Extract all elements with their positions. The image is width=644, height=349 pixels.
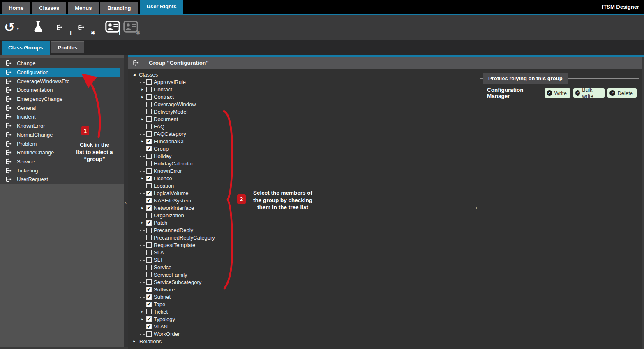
- class-tree-row-location[interactable]: Location: [132, 182, 215, 189]
- tab-class-groups[interactable]: Class Groups: [2, 41, 50, 55]
- collapsed-node-icon[interactable]: ▸: [141, 176, 143, 180]
- class-tree-row-document[interactable]: ▸ Document: [132, 115, 215, 123]
- sidebar-group-emergencychange[interactable]: EmergencyChange: [0, 95, 124, 104]
- tree-root-relations[interactable]: ▸ Relations: [132, 337, 215, 345]
- class-checkbox[interactable]: ✔: [146, 139, 152, 144]
- class-checkbox[interactable]: [146, 168, 152, 174]
- class-tree-row-knownerror[interactable]: KnownError: [132, 167, 215, 174]
- class-checkbox[interactable]: [146, 213, 152, 218]
- class-checkbox[interactable]: [146, 154, 152, 159]
- class-checkbox[interactable]: [146, 250, 152, 255]
- class-checkbox[interactable]: ✔: [146, 302, 152, 307]
- collapsed-node-icon[interactable]: ▸: [133, 339, 135, 343]
- tab-branding[interactable]: Branding: [100, 2, 138, 14]
- class-tree-row-coveragewindow[interactable]: CoverageWindow: [132, 100, 215, 108]
- class-tree-row-precannedreplycategory[interactable]: PrecannedReplyCategory: [132, 234, 215, 241]
- class-checkbox[interactable]: [146, 242, 152, 248]
- collapsed-node-icon[interactable]: ▸: [141, 117, 143, 121]
- class-tree-row-precannedreply[interactable]: PrecannedReply: [132, 226, 215, 234]
- class-tree-row-networkinterface[interactable]: ▸ ✔ NetworkInterface: [132, 204, 215, 212]
- add-profile-button[interactable]: +: [105, 19, 120, 36]
- class-checkbox[interactable]: ✔: [146, 205, 152, 211]
- class-tree-row-subnet[interactable]: ✔ Subnet: [132, 293, 215, 300]
- class-tree-row-typology[interactable]: ▸ ✔ Typology: [132, 315, 215, 323]
- class-tree-row-approvalrule[interactable]: ApprovalRule: [132, 78, 215, 86]
- class-tree-row-holiday[interactable]: Holiday: [132, 152, 215, 160]
- sidebar-group-coveragewindowsetc[interactable]: CoverageWindowsEtc: [0, 77, 124, 86]
- test-button[interactable]: [33, 19, 44, 36]
- collapsed-node-icon[interactable]: ▸: [141, 221, 143, 225]
- class-tree-row-group[interactable]: ✔ Group: [132, 145, 215, 152]
- class-checkbox[interactable]: ✔: [146, 146, 152, 151]
- collapsed-node-icon[interactable]: ▸: [141, 139, 143, 143]
- class-checkbox[interactable]: ✔: [146, 198, 152, 203]
- class-checkbox[interactable]: ✔: [146, 324, 152, 329]
- class-tree-row-contract[interactable]: ▸ Contract: [132, 93, 215, 100]
- sidebar-group-documentation[interactable]: Documentation: [0, 86, 124, 95]
- class-tree-row-licence[interactable]: ▸ ✔ Licence: [132, 174, 215, 182]
- collapsed-node-icon[interactable]: ▸: [141, 206, 143, 210]
- sidebar-group-change[interactable]: Change: [0, 59, 124, 68]
- class-checkbox[interactable]: [146, 183, 152, 188]
- delete-group-button[interactable]: ✖: [78, 19, 93, 36]
- class-tree-row-workorder[interactable]: WorkOrder: [132, 330, 215, 337]
- class-checkbox[interactable]: [146, 116, 152, 122]
- class-tree-row-functionalci[interactable]: ▸ ✔ FunctionalCI: [132, 137, 215, 145]
- class-checkbox[interactable]: [146, 331, 152, 337]
- tab-profiles[interactable]: Profiles: [51, 41, 84, 53]
- tab-home[interactable]: Home: [2, 2, 30, 14]
- collapsed-node-icon[interactable]: ▸: [141, 87, 143, 91]
- class-checkbox[interactable]: [146, 257, 152, 263]
- class-checkbox[interactable]: [146, 279, 152, 285]
- class-tree-row-nasfilesystem[interactable]: ✔ NASFileSystem: [132, 197, 215, 204]
- class-checkbox[interactable]: [146, 102, 152, 107]
- class-checkbox[interactable]: [146, 272, 152, 277]
- sidebar-group-ticketing[interactable]: Ticketing: [0, 166, 124, 175]
- class-tree-row-software[interactable]: ✔ Software: [132, 286, 215, 293]
- class-checkbox[interactable]: [146, 109, 152, 114]
- class-checkbox[interactable]: ✔: [146, 287, 152, 292]
- expanded-node-icon[interactable]: ◢: [132, 73, 137, 77]
- class-checkbox[interactable]: [146, 124, 152, 129]
- tab-user-rights[interactable]: User Rights: [140, 0, 184, 14]
- collapsed-node-icon[interactable]: ▸: [141, 309, 143, 314]
- class-tree-row-organization[interactable]: Organization: [132, 212, 215, 219]
- collapsed-node-icon[interactable]: ▸: [141, 95, 143, 99]
- class-tree-row-slt[interactable]: SLT: [132, 256, 215, 263]
- sidebar-group-knownerror[interactable]: KnownError: [0, 121, 124, 130]
- tab-menus[interactable]: Menus: [68, 2, 99, 14]
- class-checkbox[interactable]: [146, 265, 152, 270]
- class-checkbox[interactable]: [146, 94, 152, 100]
- class-tree-row-vlan[interactable]: ✔ VLAN: [132, 323, 215, 330]
- class-tree-row-requesttemplate[interactable]: RequestTemplate: [132, 241, 215, 249]
- tab-classes[interactable]: Classes: [32, 2, 66, 14]
- class-checkbox[interactable]: ✔: [146, 316, 152, 322]
- class-checkbox[interactable]: [146, 309, 152, 314]
- sidebar-splitter[interactable]: ‹: [124, 55, 128, 349]
- undo-button[interactable]: ↺ ▾: [4, 19, 19, 36]
- class-tree-row-logicalvolume[interactable]: ✔ LogicalVolume: [132, 189, 215, 197]
- class-checkbox[interactable]: [146, 87, 152, 92]
- chevron-down-icon[interactable]: ▾: [17, 26, 19, 31]
- class-checkbox[interactable]: [146, 235, 152, 240]
- class-checkbox[interactable]: ✔: [146, 220, 152, 226]
- sidebar-group-userrequest[interactable]: UserRequest: [0, 175, 124, 184]
- sidebar-group-normalchange[interactable]: NormalChange: [0, 130, 124, 140]
- class-tree-row-sla[interactable]: SLA: [132, 249, 215, 256]
- class-tree-row-tape[interactable]: ✔ Tape: [132, 300, 215, 308]
- scroll-strip[interactable]: [642, 57, 644, 349]
- class-checkbox[interactable]: [146, 161, 152, 166]
- class-tree-row-servicesubcategory[interactable]: ServiceSubcategory: [132, 278, 215, 286]
- class-checkbox[interactable]: ✔: [146, 176, 152, 181]
- collapsed-node-icon[interactable]: ▸: [141, 317, 143, 321]
- sidebar-group-configuration[interactable]: Configuration: [0, 68, 120, 77]
- class-checkbox[interactable]: [146, 79, 152, 85]
- class-checkbox[interactable]: [146, 228, 152, 233]
- collapse-left-icon[interactable]: ‹: [124, 200, 128, 205]
- class-tree-row-contact[interactable]: ▸ Contact: [132, 86, 215, 93]
- class-tree-row-service[interactable]: Service: [132, 263, 215, 271]
- class-tree-row-patch[interactable]: ▸ ✔ Patch: [132, 219, 215, 226]
- collapse-right-icon[interactable]: ›: [474, 205, 478, 211]
- class-tree-row-faq[interactable]: FAQ: [132, 123, 215, 130]
- class-checkbox[interactable]: ✔: [146, 294, 152, 300]
